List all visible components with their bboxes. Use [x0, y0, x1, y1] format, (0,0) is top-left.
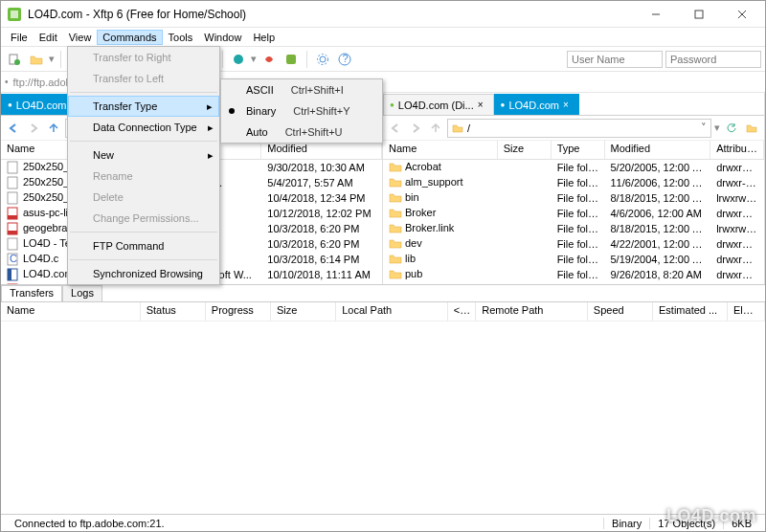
transfertype-binary[interactable]: BinaryCtrl+Shift+Y	[221, 100, 382, 122]
svg-rect-18	[8, 177, 17, 188]
file-icon	[7, 161, 20, 174]
menu-edit[interactable]: Edit	[34, 30, 63, 45]
menu-commands[interactable]: Commands	[97, 30, 162, 45]
right-columns[interactable]: NameSizeTypeModifiedAttributes	[383, 141, 764, 160]
pdf-icon	[7, 222, 20, 235]
tcol-local-path[interactable]: Local Path	[336, 302, 448, 321]
bottom-tab-transfers[interactable]: Transfers	[1, 285, 62, 301]
back-icon[interactable]	[387, 120, 404, 137]
cmd-transfer-to-left: Transfer to Left	[68, 68, 219, 89]
file-row[interactable]: Broker.linkFile folder8/18/2015, 12:00 A…	[383, 221, 764, 236]
status-mode: Binary	[603, 518, 649, 529]
file-row[interactable]: libFile folder5/19/2004, 12:00 AMdrwxrwx…	[383, 252, 764, 267]
col-attributes[interactable]: Attributes	[710, 141, 764, 159]
help-icon[interactable]: ?	[335, 50, 354, 69]
tcol-remote-path[interactable]: Remote Path	[476, 302, 588, 321]
cmd-change-permissions-: Change Permissions...	[68, 208, 219, 229]
window-title: LO4D.com - Xftp 6 (Free for Home/School)	[28, 8, 634, 21]
transfers-columns: NameStatusProgressSizeLocal Path<->Remot…	[1, 302, 765, 321]
col-size[interactable]: Size	[498, 141, 552, 159]
svg-rect-17	[8, 162, 17, 173]
bullet-icon: •	[5, 77, 9, 87]
c-icon: C	[7, 253, 20, 266]
cmd-delete: Delete	[68, 187, 219, 208]
newfolder-icon[interactable]	[743, 120, 760, 137]
folder-icon	[452, 122, 463, 134]
menu-tools[interactable]: Tools	[163, 30, 199, 45]
cmd-ftp-command[interactable]: FTP Command	[68, 235, 219, 256]
folder-icon	[389, 207, 402, 220]
up-icon[interactable]	[427, 120, 444, 137]
menu-file[interactable]: File	[5, 30, 34, 45]
right-filelist[interactable]: NameSizeTypeModifiedAttributes AcrobatFi…	[383, 141, 764, 284]
transfer-type-submenu[interactable]: ASCIICtrl+Shift+IBinaryCtrl+Shift+YAutoC…	[220, 78, 383, 144]
col-modified[interactable]: Modified	[605, 141, 711, 159]
tab-lo4d-com[interactable]: ●LO4D.com×	[494, 94, 579, 115]
tcol-progress[interactable]: Progress	[206, 302, 271, 321]
refresh-icon[interactable]	[723, 120, 740, 137]
svg-rect-19	[8, 192, 17, 204]
commands-menu[interactable]: Transfer to RightTransfer to LeftTransfe…	[67, 46, 220, 285]
col-name[interactable]: Name	[383, 141, 498, 159]
svg-rect-28	[8, 269, 11, 280]
pdf-icon	[7, 207, 20, 220]
file-row[interactable]: AcrobatFile folder5/20/2005, 12:00 AMdrw…	[383, 160, 764, 175]
tcol-speed[interactable]: Speed	[588, 302, 653, 321]
cmd-rename: Rename	[68, 166, 219, 187]
tcol-name[interactable]: Name	[1, 302, 141, 321]
open-folder-icon[interactable]	[27, 50, 46, 69]
file-icon	[7, 237, 20, 251]
back-icon[interactable]	[5, 120, 22, 137]
file-row[interactable]: alm_supportFile folder11/6/2006, 12:00 A…	[383, 175, 764, 190]
tab-lo4d-com-di-[interactable]: ●LO4D.com (Di...×	[383, 94, 494, 115]
cmd-new[interactable]: New▸	[68, 144, 219, 166]
file-row[interactable]: pubFile folder9/26/2018, 8:20 AMdrwxrwxr…	[383, 267, 764, 282]
svg-rect-3	[695, 11, 703, 18]
tcol-size[interactable]: Size	[271, 302, 336, 321]
svg-rect-21	[8, 215, 17, 219]
menu-window[interactable]: Window	[198, 30, 247, 45]
forward-icon[interactable]	[407, 120, 424, 137]
cmd-transfer-type[interactable]: Transfer Type▸	[68, 96, 219, 117]
minimize-button[interactable]	[634, 1, 677, 28]
bottom-tab-logs[interactable]: Logs	[62, 285, 102, 301]
file-row[interactable]: BrokerFile folder4/6/2006, 12:00 AMdrwxr…	[383, 206, 764, 221]
transfertype-auto[interactable]: AutoCtrl+Shift+U	[221, 122, 382, 143]
status-bar: Connected to ftp.adobe.com:21. Binary 17…	[1, 514, 765, 531]
maximize-button[interactable]	[677, 1, 720, 28]
cmd-data-connection-type[interactable]: Data Connection Type▸	[68, 117, 219, 138]
folder-icon	[389, 268, 402, 281]
dot-teal-icon[interactable]	[229, 50, 248, 69]
right-path-input[interactable]: / ˅	[447, 119, 711, 138]
folder-icon	[389, 222, 402, 235]
dot-green-icon[interactable]	[282, 50, 301, 69]
tab-close-icon[interactable]: ×	[563, 100, 569, 110]
transfers-panel: TransfersLogs NameStatusProgressSizeLoca…	[1, 284, 765, 322]
svg-text:C: C	[10, 253, 17, 264]
file-row[interactable]: binFile folder8/18/2015, 12:00 AMlrwxrwx…	[383, 190, 764, 206]
file-icon	[7, 191, 20, 205]
tcol-estimated-[interactable]: Estimated ...	[653, 302, 728, 321]
col-type[interactable]: Type	[552, 141, 605, 159]
up-icon[interactable]	[45, 120, 62, 137]
svg-rect-11	[286, 55, 296, 64]
doc-icon	[7, 268, 20, 281]
forward-icon[interactable]	[25, 120, 42, 137]
tcol--[interactable]: <->	[448, 302, 476, 321]
titlebar: LO4D.com - Xftp 6 (Free for Home/School)	[1, 1, 765, 28]
close-button[interactable]	[720, 1, 763, 28]
tcol-status[interactable]: Status	[141, 302, 206, 321]
menu-view[interactable]: View	[63, 30, 98, 45]
dot-red-icon[interactable]	[259, 50, 279, 69]
tab-close-icon[interactable]: ×	[478, 100, 484, 110]
right-path-text: /	[467, 122, 470, 134]
menu-help[interactable]: Help	[247, 30, 281, 45]
transfertype-ascii[interactable]: ASCIICtrl+Shift+I	[221, 79, 382, 100]
gear-icon[interactable]	[313, 50, 332, 69]
file-row[interactable]: devFile folder4/22/2001, 12:00 AMdrwxrwx…	[383, 236, 764, 252]
username-input[interactable]	[567, 51, 663, 68]
cmd-synchronized-browsing[interactable]: Synchronized Browsing	[68, 263, 219, 284]
tcol-elapse[interactable]: Elapse	[728, 302, 765, 321]
password-input[interactable]	[665, 51, 761, 68]
new-session-icon[interactable]	[5, 50, 24, 69]
